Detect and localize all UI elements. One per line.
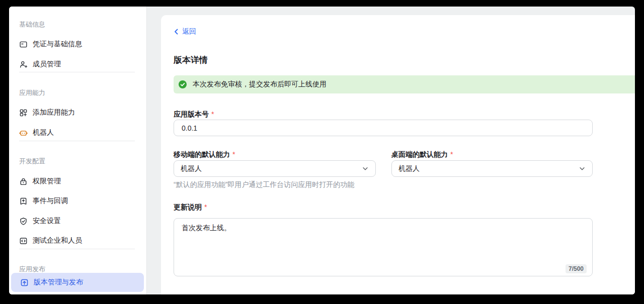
sidebar-divider — [19, 249, 135, 249]
mobile-capability-value: 机器人 — [181, 164, 202, 173]
lock-icon — [19, 177, 28, 186]
update-notes-textarea[interactable]: 首次发布上线。 — [174, 219, 592, 276]
required-asterisk: * — [204, 203, 207, 211]
sidebar-section-basic-info: 基础信息 — [19, 20, 45, 30]
desktop-capability-label: 桌面端的默认能力* — [391, 149, 453, 159]
char-counter: 7/500 — [566, 264, 587, 273]
version-input[interactable] — [174, 120, 593, 136]
sidebar-section-dev-config: 开发配置 — [19, 156, 45, 166]
bookmark-plus-icon — [19, 197, 28, 206]
back-label: 返回 — [182, 27, 196, 36]
sidebar-item-label: 权限管理 — [33, 177, 61, 186]
sidebar-item-members[interactable]: 成员管理 — [19, 58, 61, 70]
required-asterisk: * — [232, 150, 235, 158]
banner-text: 本次发布免审核，提交发布后即可上线使用 — [193, 80, 327, 89]
release-notice-banner: 本次发布免审核，提交发布后即可上线使用 — [174, 75, 635, 93]
desktop-capability-value: 机器人 — [398, 164, 420, 173]
sidebar-item-add-capability[interactable]: 添加应用能力 — [19, 107, 75, 119]
sidebar-item-security-settings[interactable]: 安全设置 — [19, 215, 61, 227]
chevron-down-icon — [579, 165, 586, 172]
sidebar-item-label: 成员管理 — [33, 60, 61, 69]
person-add-icon — [19, 60, 28, 69]
sidebar-item-events-callbacks[interactable]: 事件与回调 — [19, 195, 68, 207]
code-icon — [19, 237, 28, 245]
update-notes-field: 首次发布上线。 7/500 — [174, 218, 593, 276]
shield-check-icon — [19, 217, 28, 226]
sidebar: 基础信息 凭证与基础信息 成员管理 应用能力 添加应用能力 机器人 — [9, 7, 147, 294]
grid-add-icon — [19, 109, 28, 117]
sidebar-item-label: 机器人 — [33, 128, 54, 137]
mobile-capability-select[interactable]: 机器人 — [174, 160, 376, 177]
sidebar-item-label: 安全设置 — [33, 217, 61, 226]
sidebar-item-bot[interactable]: 机器人 — [19, 127, 54, 139]
sidebar-divider — [19, 141, 135, 141]
desktop-capability-select[interactable]: 机器人 — [391, 160, 593, 177]
required-asterisk: * — [211, 110, 214, 118]
version-label: 应用版本号* — [174, 109, 214, 119]
sidebar-item-test-company[interactable]: 测试企业和人员 — [19, 235, 82, 247]
sidebar-item-label: 版本管理与发布 — [34, 278, 83, 287]
sidebar-item-label: 事件与回调 — [33, 196, 68, 206]
sidebar-item-label: 添加应用能力 — [33, 108, 75, 117]
mobile-capability-label: 移动端的默认能力* — [174, 149, 235, 159]
robot-icon — [19, 129, 28, 137]
sidebar-item-label: 测试企业和人员 — [33, 236, 82, 245]
sidebar-item-label: 凭证与基础信息 — [33, 40, 82, 49]
publish-icon — [20, 278, 29, 287]
sidebar-item-version-management[interactable]: 版本管理与发布 — [11, 273, 144, 292]
app-window: 基础信息 凭证与基础信息 成员管理 应用能力 添加应用能力 机器人 — [9, 7, 635, 294]
sidebar-item-permissions[interactable]: 权限管理 — [19, 175, 61, 187]
required-asterisk: * — [450, 150, 453, 158]
chevron-left-icon — [174, 29, 180, 35]
page-title: 版本详情 — [174, 54, 208, 67]
update-notes-label: 更新说明* — [174, 202, 207, 212]
sidebar-divider — [19, 72, 135, 72]
back-button[interactable]: 返回 — [174, 27, 196, 37]
sidebar-section-app-capability: 应用能力 — [19, 88, 45, 98]
card-icon — [19, 40, 28, 49]
capability-hint: “默认的应用功能”即用户通过工作台访问应用时打开的功能 — [174, 180, 354, 189]
main-panel: 返回 版本详情 本次发布免审核，提交发布后即可上线使用 应用版本号* 移动端的默… — [161, 15, 635, 294]
check-circle-icon — [179, 80, 187, 88]
chevron-down-icon — [362, 165, 369, 172]
sidebar-item-credentials[interactable]: 凭证与基础信息 — [19, 38, 82, 50]
